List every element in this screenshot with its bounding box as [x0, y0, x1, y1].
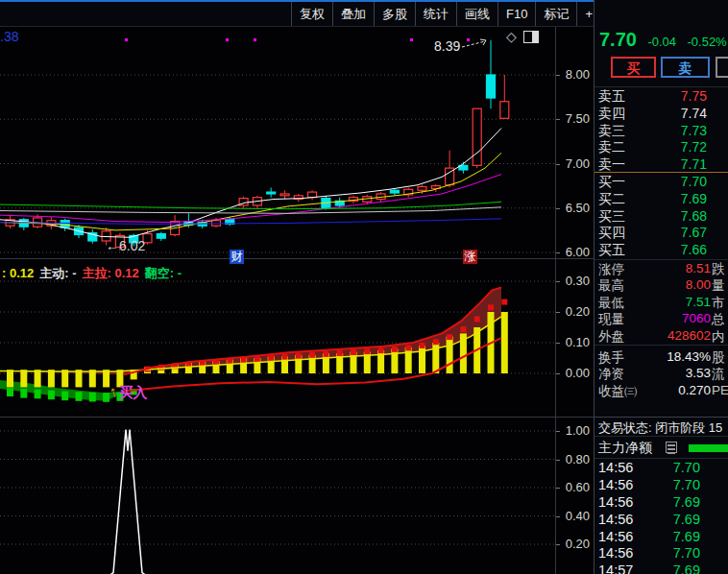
chart-corner-icons: ◇ — [506, 29, 539, 44]
bid-row[interactable]: 买三7.68 — [595, 207, 728, 225]
level-price: 7.66 — [681, 242, 707, 257]
info-row: 净资3.53流 — [595, 365, 728, 381]
info-row: 换手18.43%股 — [595, 348, 728, 365]
level-label: 卖三 — [598, 123, 625, 140]
signal-axis: 0.200.400.600.801.00 — [555, 0, 594, 574]
info-value: 7060 — [682, 311, 711, 325]
tick-price: 7.70 — [673, 477, 700, 492]
buy-button[interactable]: 买 — [611, 57, 656, 78]
ask-row[interactable]: 卖三7.73 — [595, 122, 728, 139]
axis-divider — [555, 27, 556, 574]
info-label-2: 总 — [712, 311, 725, 328]
indicator-value: 翻空: - — [145, 266, 182, 280]
info-label: 收益㈢ — [598, 383, 638, 400]
tick-time: 14:56 — [598, 494, 633, 510]
info-row: 外盘428602内 — [595, 327, 728, 344]
panel-divider-1 — [0, 258, 594, 259]
level-price: 7.70 — [681, 174, 707, 189]
buy-signal-label: 买入 — [119, 384, 148, 400]
level-price: 7.72 — [681, 139, 707, 155]
stock-info-table: 涨停8.51跌最高8.00量最低7.51市现量7060总外盘428602内换手1… — [595, 259, 728, 398]
tick-time: 14:56 — [598, 477, 633, 492]
info-value: 7.51 — [686, 295, 711, 309]
tick-price: 7.69 — [673, 562, 700, 574]
funds-net-bar — [689, 444, 728, 452]
info-label: 净资 — [598, 366, 624, 383]
buy-signal-marker: ↑买入 — [109, 383, 148, 402]
split-window-icon[interactable] — [523, 31, 539, 43]
price-change-pct: -0.52% — [687, 35, 726, 49]
order-book[interactable]: 卖五7.75卖四7.74卖三7.73卖二7.72卖一7.71买一7.70买二7.… — [595, 86, 728, 258]
tick-time: 14:57 — [598, 562, 633, 574]
tick-time: 14:56 — [598, 512, 633, 527]
level-price: 7.67 — [681, 225, 707, 240]
indicator-value: 主拉: 0.12 — [83, 266, 139, 280]
main-funds-row: 主力净额 — [595, 438, 728, 459]
info-label-2: 量 — [712, 277, 725, 295]
menu-item-2[interactable]: 叠加 — [332, 2, 374, 26]
menu-item-6[interactable]: F10 — [497, 2, 535, 26]
level-price: 7.69 — [681, 191, 707, 206]
tick-row: 14:567.70 — [595, 476, 728, 493]
level-label: 买二 — [598, 191, 625, 208]
financial-report-marker[interactable]: 财 — [230, 250, 244, 264]
last-price: 7.70 — [599, 29, 637, 50]
list-icon[interactable] — [666, 442, 677, 453]
axis-tick-label: 0.60 — [566, 480, 590, 494]
indicator-values-header: : 0.12主动: -主拉: 0.12翻空: - — [2, 265, 187, 282]
level-label: 卖四 — [598, 106, 625, 123]
level-price: 7.68 — [681, 208, 707, 224]
tick-row: 14:567.70 — [595, 544, 728, 562]
ask-row[interactable]: 卖四7.74 — [595, 105, 728, 122]
tick-price: 7.70 — [673, 545, 700, 561]
ask-row[interactable]: 卖五7.75 — [595, 87, 728, 105]
level-price: 7.73 — [681, 123, 707, 138]
tick-row: 14:567.69 — [595, 493, 728, 511]
ask-row[interactable]: 卖一7.71 — [595, 155, 728, 173]
stock-terminal-window: 复权叠加多股统计画线F10标记+自选返回 嘉欣丝绸002404 6.006.50… — [0, 0, 728, 574]
diamond-icon[interactable]: ◇ — [506, 29, 517, 44]
level-label: 买四 — [598, 225, 625, 242]
level-label: 卖二 — [598, 139, 625, 156]
info-label: 换手 — [598, 349, 624, 367]
panel-divider-2 — [0, 417, 594, 418]
tick-list[interactable]: 14:567.7014:567.7014:567.6914:567.6914:5… — [595, 459, 728, 574]
menu-item-5[interactable]: 画线 — [456, 2, 497, 26]
tick-time: 14:56 — [598, 545, 633, 561]
extra-button[interactable] — [716, 57, 728, 78]
axis-tick-label: 0.20 — [566, 537, 590, 551]
limit-up-marker[interactable]: 涨 — [463, 250, 477, 264]
info-label-2: 流 — [712, 366, 725, 383]
level-label: 买三 — [598, 208, 625, 226]
tick-row: 14:567.69 — [595, 528, 728, 545]
bid-row[interactable]: 买五7.66 — [595, 241, 728, 258]
high-price-annotation: 8.39 — [434, 38, 460, 54]
info-label-2: 内 — [712, 328, 725, 346]
info-label-2: 股 — [712, 349, 725, 367]
main-candlestick-chart[interactable] — [0, 27, 555, 259]
info-value: 428602 — [667, 328, 711, 343]
tick-row: 14:577.69 — [595, 562, 728, 574]
info-label: 最高 — [598, 277, 624, 295]
menu-item-4[interactable]: 统计 — [415, 2, 456, 26]
signal-indicator-chart[interactable] — [0, 419, 555, 574]
menu-item-1[interactable]: 复权 — [291, 2, 332, 26]
bid-row[interactable]: 买二7.69 — [595, 190, 728, 207]
indicator-value: 主动: - — [39, 266, 76, 280]
info-value: 8.00 — [686, 277, 711, 292]
axis-tick-label: 1.00 — [566, 423, 590, 438]
menu-item-3[interactable]: 多股 — [374, 2, 415, 26]
level-price: 7.75 — [681, 88, 707, 104]
sell-button[interactable]: 卖 — [661, 57, 710, 78]
info-row: 涨停8.51跌 — [595, 260, 728, 276]
axis-tick-label: 0.80 — [566, 452, 590, 466]
bid-row[interactable]: 买一7.70 — [595, 173, 728, 190]
bid-row[interactable]: 买四7.67 — [595, 224, 728, 241]
price-change: -0.04 — [647, 35, 676, 49]
info-label-2: 跌 — [712, 261, 725, 278]
tick-price: 7.69 — [673, 512, 700, 527]
tick-price: 7.69 — [673, 529, 700, 544]
funds-indicator-chart[interactable] — [0, 259, 555, 417]
ask-row[interactable]: 卖二7.72 — [595, 138, 728, 155]
info-label: 涨停 — [598, 261, 624, 278]
